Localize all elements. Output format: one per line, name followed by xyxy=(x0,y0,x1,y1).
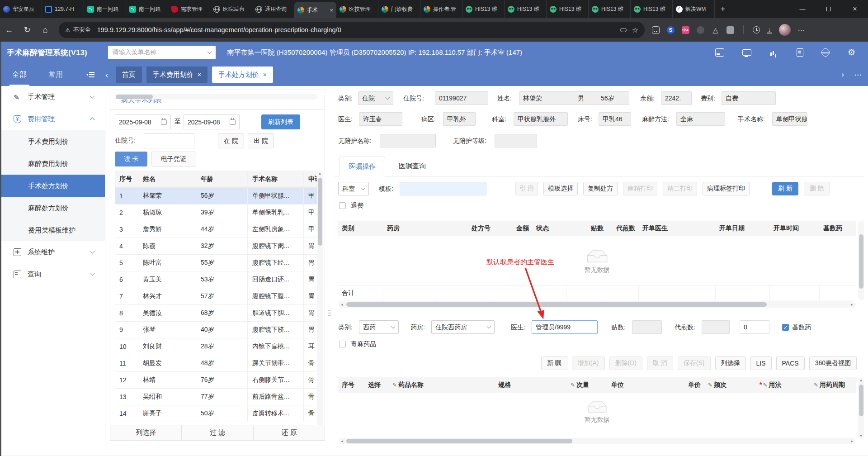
browser-tab[interactable]: HIS13 维 xyxy=(631,0,673,18)
pharmacy-select[interactable]: 住院西药房 xyxy=(431,320,495,334)
patient-row[interactable]: 13吴绍和77岁前后路骨盆...骨 xyxy=(115,389,317,405)
stats-icon[interactable] xyxy=(769,48,778,57)
patient-list-vscrollbar[interactable]: ▲ ▼ xyxy=(317,171,323,429)
scroll-thumb[interactable] xyxy=(346,302,767,307)
narcotic-print-button[interactable]: 麻精打印 xyxy=(623,182,657,195)
scroll-right-icon[interactable]: ► xyxy=(849,439,855,443)
sidebar-item-anesthesia-fee[interactable]: 麻醉费用划价 xyxy=(1,152,105,175)
gear-icon[interactable]: ⚙ xyxy=(848,48,855,57)
url-text[interactable]: 199.9.129.29:8000/his-ss/app/#/cost-mana… xyxy=(97,26,617,33)
scroll-thumb[interactable] xyxy=(859,234,863,289)
browser-tab[interactable]: 需求管理 xyxy=(168,0,210,18)
tabs-more-icon[interactable]: ⋯ xyxy=(854,70,862,80)
scroll-thumb[interactable] xyxy=(346,439,572,443)
decoct-count-input[interactable] xyxy=(702,320,730,334)
sidebar-item-cost[interactable]: ¥ 费用管理 xyxy=(1,108,105,130)
maximize-button[interactable] xyxy=(816,0,842,18)
browser-tab[interactable]: 医技管理 xyxy=(336,0,378,18)
scroll-up-icon[interactable]: ▲ xyxy=(317,171,323,176)
order-table-hscrollbar[interactable]: ◄ ► xyxy=(338,301,856,308)
page-tab-fee[interactable]: 手术费用划价× xyxy=(146,67,208,83)
e-voucher-button[interactable]: 电子凭证 xyxy=(151,152,196,166)
translate-extension-icon[interactable]: 中A xyxy=(682,26,689,34)
browser-tab[interactable]: 南一问题 xyxy=(126,0,168,18)
zero-input[interactable]: 0 xyxy=(740,320,769,334)
patient-row[interactable]: 3詹秀娇44岁左侧乳房象...甲 xyxy=(115,221,317,238)
refund-checkbox[interactable] xyxy=(339,202,346,209)
sider-extension-icon[interactable]: S xyxy=(667,26,675,34)
patient-row[interactable]: 2杨淑琼39岁单侧保乳乳...甲 xyxy=(115,204,317,221)
sidebar-item-anesthesia-prescription[interactable]: 麻醉处方划价 xyxy=(1,197,105,219)
quote-button[interactable]: 引 用 xyxy=(515,182,538,195)
sidebar-item-system[interactable]: 系统维护 xyxy=(1,241,105,263)
menu-search-select[interactable]: 请输入菜单名称 xyxy=(108,46,216,59)
patient-row[interactable]: 11胡显发48岁踝关节韧带...骨 xyxy=(115,355,317,372)
tab-patient-surgery-list[interactable]: 病人手术列表 xyxy=(110,90,173,109)
patient-row[interactable]: 12林靖76岁右侧膝关节...骨 xyxy=(115,372,317,389)
browser-menu-icon[interactable]: ⋯ xyxy=(798,26,806,34)
filter-button[interactable]: 过 滤 xyxy=(182,425,253,440)
panel-splitter[interactable] xyxy=(328,310,331,317)
scroll-thumb[interactable] xyxy=(116,95,153,99)
menu-group-all[interactable]: 全部 xyxy=(1,63,38,86)
pathology-label-print-button[interactable]: 病理标签打印 xyxy=(703,182,750,195)
profile-avatar[interactable] xyxy=(779,24,791,36)
browser-tab[interactable]: HIS13 维 xyxy=(505,0,547,18)
copy-prescription-button[interactable]: 复制处方 xyxy=(583,182,618,195)
close-icon[interactable]: × xyxy=(263,71,267,78)
patient-row[interactable]: 7林兴才57岁腹腔镜下腹...胃 xyxy=(115,288,317,305)
lis-button[interactable]: LIS xyxy=(750,357,772,370)
new-tab-button[interactable]: + xyxy=(715,0,731,18)
patient-row[interactable]: 14谢亮子50岁皮瓣转移术...骨 xyxy=(115,405,317,422)
extensions-menu-icon[interactable] xyxy=(726,26,734,34)
sidebar-item-fee-template[interactable]: 费用类模板维护 xyxy=(1,219,105,241)
pacs-button[interactable]: PACS xyxy=(776,357,805,370)
read-card-button[interactable]: 读 卡 xyxy=(115,152,147,166)
patient-row[interactable]: 6黄玉美53岁回肠造口还...胃 xyxy=(115,271,317,288)
cancel-button[interactable]: 取 消 xyxy=(647,357,673,370)
tab-order-operate[interactable]: 医嘱操作 xyxy=(339,157,385,176)
admission-no-input[interactable] xyxy=(144,133,194,148)
patient-row[interactable]: 5陈叶富55岁腹腔镜下经...胃 xyxy=(115,255,317,271)
template-select-button[interactable]: 模板选择 xyxy=(543,182,578,195)
page-tab-home[interactable]: 首页 xyxy=(116,67,142,83)
date-from-input[interactable]: 2025-09-08 xyxy=(115,114,171,129)
patient-row[interactable]: 1林肇荣56岁单侧甲状腺...甲 xyxy=(115,188,317,204)
column-select-button[interactable]: 列选择 xyxy=(110,425,182,440)
out-hospital-button[interactable]: 出 院 xyxy=(248,133,274,148)
browser-tab[interactable]: 通用查询 xyxy=(252,0,294,18)
scroll-left-icon[interactable]: ◄ xyxy=(339,439,345,443)
scroll-tabs-left-icon[interactable]: ‹ xyxy=(105,70,108,80)
patient-row[interactable]: 9张琴40岁腹腔镜下脐...胃 xyxy=(115,322,317,338)
workspaces-icon[interactable] xyxy=(652,26,660,34)
refresh-button[interactable]: 刷 新 xyxy=(772,182,798,195)
toxic-drug-checkbox[interactable] xyxy=(339,341,346,347)
monitor-icon[interactable] xyxy=(742,49,751,56)
browser-tab[interactable]: 南一问题 xyxy=(84,0,126,18)
dept-select[interactable]: 科室 xyxy=(338,182,369,195)
history-icon[interactable] xyxy=(753,26,760,33)
browser-tab[interactable]: HIS13 维 xyxy=(589,0,631,18)
add-button[interactable]: 增加(A) xyxy=(572,357,605,370)
scroll-left-icon[interactable]: ◄ xyxy=(339,303,345,307)
browser-tab[interactable]: 华安星辰 xyxy=(0,0,42,18)
document-icon[interactable] xyxy=(797,48,803,57)
browser-tab[interactable]: 解决WM xyxy=(673,0,715,18)
save-button[interactable]: 保存(S) xyxy=(678,357,711,370)
capture-icon[interactable] xyxy=(715,48,724,57)
bookmark-star-icon[interactable]: ☆ xyxy=(632,26,638,34)
in-hospital-button[interactable]: 在 院 xyxy=(218,133,244,148)
back-icon[interactable]: ← xyxy=(0,25,18,35)
browser-tab[interactable]: 门诊收费 xyxy=(378,0,420,18)
minimize-button[interactable]: — xyxy=(789,0,816,18)
tie-count-input[interactable] xyxy=(632,320,662,334)
date-to-input[interactable]: 2025-09-08 xyxy=(184,114,240,129)
tab-order-query[interactable]: 医嘱查询 xyxy=(390,157,435,176)
extension-icon[interactable] xyxy=(697,26,704,34)
patient-row[interactable]: 4陈霞32岁腹腔镜下阑...胃 xyxy=(115,238,317,255)
browser-tab-active[interactable]: 手术× xyxy=(294,2,336,18)
collapse-menu-icon[interactable] xyxy=(86,71,94,78)
sidebar-item-surgery[interactable]: ✎ 手术管理 xyxy=(1,86,105,108)
home-icon[interactable]: ⌂ xyxy=(36,25,54,35)
column-select-button[interactable]: 列选择 xyxy=(715,357,746,370)
